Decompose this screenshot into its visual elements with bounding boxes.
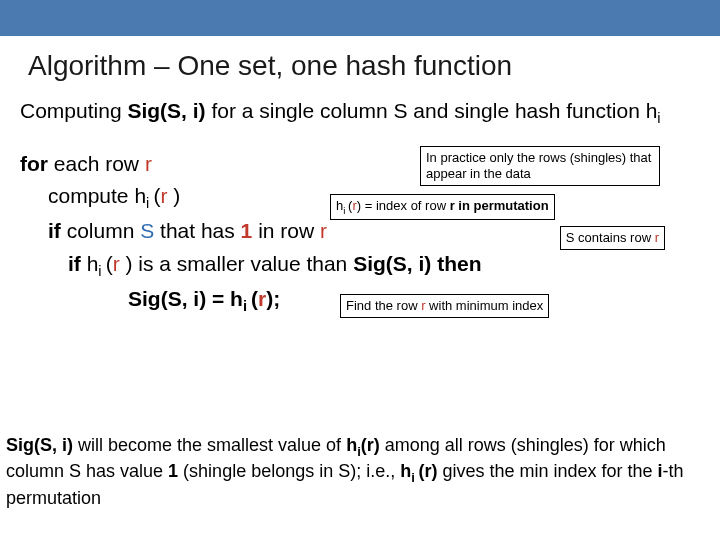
f-t10: gives the min index for the bbox=[437, 461, 657, 481]
l2a: compute h bbox=[48, 184, 146, 207]
l5a: Sig(S, i) = h bbox=[128, 287, 243, 310]
kw-for: for bbox=[20, 152, 54, 175]
n2f: in permutation bbox=[455, 198, 549, 213]
kw-if2: if bbox=[68, 252, 87, 275]
intro-sub: i bbox=[657, 110, 660, 126]
footer-text: Sig(S, i) will become the smallest value… bbox=[0, 434, 720, 510]
note-rows-shingles: In practice only the rows (shingles) tha… bbox=[420, 146, 660, 187]
intro-prefix: Computing bbox=[20, 99, 127, 122]
l2d: ) bbox=[173, 184, 180, 207]
algo-line-4: if hi (r ) is a smaller value than Sig(S… bbox=[20, 248, 700, 283]
algorithm-block: In practice only the rows (shingles) tha… bbox=[0, 128, 720, 318]
intro-text: Computing Sig(S, i) for a single column … bbox=[0, 92, 720, 128]
kw-if1: if bbox=[48, 219, 67, 242]
l4d: r bbox=[113, 252, 126, 275]
header-bar bbox=[0, 0, 720, 36]
intro-sig: Sig(S, i) bbox=[127, 99, 205, 122]
l4c: ( bbox=[106, 252, 113, 275]
intro-rest: for a single column S and single hash fu… bbox=[206, 99, 658, 122]
l1b: each row bbox=[54, 152, 145, 175]
l2c: r bbox=[160, 184, 173, 207]
n3b: r bbox=[655, 230, 659, 245]
l5d: ); bbox=[266, 287, 280, 310]
l3b: column bbox=[67, 219, 141, 242]
l1c: r bbox=[145, 152, 152, 175]
l5sub: i bbox=[243, 298, 251, 314]
f-t6: 1 bbox=[168, 461, 178, 481]
note-s-contains: S contains row r bbox=[560, 226, 665, 250]
slide-title: Algorithm – One set, one hash function bbox=[0, 36, 720, 92]
f-t1: Sig(S, i) bbox=[6, 435, 73, 455]
l3f: in row bbox=[252, 219, 320, 242]
note-index-permutation: hi (r) = index of row r in permutation bbox=[330, 194, 555, 221]
l3d: that has bbox=[154, 219, 240, 242]
f-t4: (r) bbox=[361, 435, 380, 455]
f-t9: (r) bbox=[418, 461, 437, 481]
f-t3: h bbox=[346, 435, 357, 455]
l4e: ) is a smaller value than bbox=[126, 252, 354, 275]
l3c: S bbox=[140, 219, 154, 242]
n3a: S contains row bbox=[566, 230, 655, 245]
l4sub: i bbox=[98, 263, 105, 279]
f-t7: (shingle belongs in S); i.e., bbox=[178, 461, 400, 481]
l3g: r bbox=[320, 219, 327, 242]
l3e: 1 bbox=[241, 219, 253, 242]
n2d: ) = index of row bbox=[357, 198, 450, 213]
note-min-index: Find the row r with minimum index bbox=[340, 294, 549, 318]
n4a: Find the row bbox=[346, 298, 421, 313]
n4c: with minimum index bbox=[426, 298, 544, 313]
f-t2: will become the smallest value of bbox=[73, 435, 346, 455]
l4f: Sig(S, i) then bbox=[353, 252, 481, 275]
l4b: h bbox=[87, 252, 99, 275]
f-t8: h bbox=[400, 461, 411, 481]
